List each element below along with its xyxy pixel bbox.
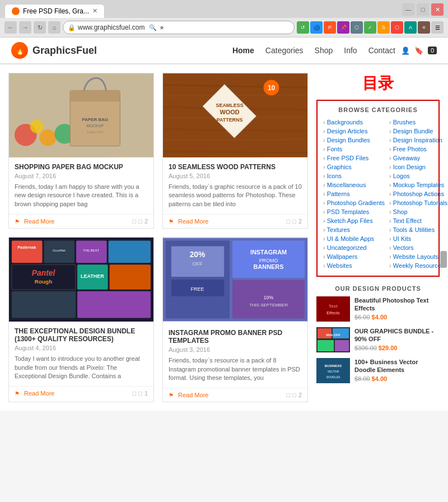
cat-text-effect[interactable]: Text Effect bbox=[389, 216, 447, 225]
cat-wallpapers[interactable]: Wallpapers bbox=[323, 252, 385, 261]
old-price-bundle: $306.00 bbox=[354, 345, 377, 351]
nav-shop[interactable]: Shop bbox=[315, 46, 333, 55]
svg-text:MOCKUP: MOCKUP bbox=[87, 124, 104, 128]
cat-shop[interactable]: Shop bbox=[389, 207, 447, 216]
cat-free-psd-files[interactable]: Free PSD Files bbox=[323, 154, 385, 162]
cat-logos[interactable]: Logos bbox=[389, 171, 447, 180]
card-date-0: August 7, 2016 bbox=[15, 173, 148, 179]
comment-icon-1: □ bbox=[287, 218, 291, 225]
read-more-0[interactable]: Read More bbox=[24, 218, 54, 225]
cat-free-photos[interactable]: Free Photos bbox=[389, 145, 447, 154]
browser-tab[interactable]: Free PSD Files, Gra... ✕ bbox=[4, 4, 105, 18]
flag-icon-0: ⚑ bbox=[15, 219, 20, 225]
cat-photoshop-gradients[interactable]: Photoshop Gradients bbox=[323, 198, 385, 207]
cat-backgrounds[interactable]: Backgrounds bbox=[323, 118, 385, 127]
scrollbar-thumb[interactable] bbox=[440, 251, 447, 268]
plugin-icon4[interactable]: ✓ bbox=[364, 21, 376, 34]
cat-patterns[interactable]: Patterns bbox=[323, 189, 385, 198]
cat-sketch-app-files[interactable]: Sketch App Files bbox=[323, 216, 385, 225]
read-more-1[interactable]: Read More bbox=[178, 218, 208, 225]
product-text-effects: Text Effects Beautiful Photoshop Text Ef… bbox=[316, 296, 440, 322]
card-shopping-bag: PAPER BAG MOCKUP FREE PSD SHOPPING PAPER… bbox=[8, 73, 154, 229]
nav-home[interactable]: Home bbox=[232, 46, 254, 55]
nav-info[interactable]: Info bbox=[344, 46, 357, 55]
plugin-icon8[interactable]: ≡ bbox=[418, 21, 430, 34]
comment-info-0: □ □ 2 bbox=[133, 218, 148, 225]
cat-fonts[interactable]: Fonts bbox=[323, 145, 385, 154]
cat-textures[interactable]: Textures bbox=[323, 225, 385, 234]
card-body-wood: 10 SEAMLESS WOOD PATTERNS August 5, 2016… bbox=[163, 157, 307, 214]
cat-psd-templates[interactable]: PSD Templates bbox=[323, 207, 385, 216]
plugin-icon3[interactable]: ⬡ bbox=[351, 21, 363, 34]
svg-rect-31 bbox=[109, 241, 151, 263]
cat-tools-utilities[interactable]: Tools & Utilities bbox=[389, 225, 447, 234]
cat-ui-kits[interactable]: UI Kits bbox=[389, 234, 447, 243]
comment-info-3: □ □ 2 bbox=[287, 392, 302, 398]
read-more-3[interactable]: Read More bbox=[178, 392, 208, 398]
plugin-icon1[interactable]: P bbox=[324, 21, 336, 34]
cat-design-inspiration[interactable]: Design Inspiration bbox=[389, 136, 447, 145]
main-nav: Home Categories Shop Info Contact bbox=[232, 46, 395, 55]
chinese-heading: 目录 bbox=[316, 73, 440, 94]
svg-text:BUSINESS: BUSINESS bbox=[325, 364, 342, 368]
plugin-icon2[interactable]: 📌 bbox=[337, 21, 349, 34]
cat-miscellaneous[interactable]: Miscellaneous bbox=[323, 180, 385, 189]
product-title-bundle: OUR GRAPHICS BUNDLE - 90% OFF bbox=[354, 327, 440, 343]
refresh-button[interactable]: ↻ bbox=[34, 21, 46, 34]
extensions-icon[interactable]: ↺ bbox=[297, 21, 309, 34]
cat-uncategorized[interactable]: Uncategorized bbox=[323, 243, 385, 252]
cat-mockup-templates[interactable]: Mockup Templates bbox=[389, 180, 447, 189]
url-field[interactable]: 🔒 www.graphicsfuel.com 🔍 ★ bbox=[63, 21, 295, 34]
card-image-shopping-bag: PAPER BAG MOCKUP FREE PSD bbox=[9, 73, 153, 157]
minimize-button[interactable]: — bbox=[402, 3, 414, 16]
cat-design-bundle[interactable]: Design Bundle bbox=[389, 127, 447, 136]
home-button[interactable]: ⌂ bbox=[48, 21, 60, 34]
flag-icon-3: ⚑ bbox=[169, 392, 174, 398]
nav-contact[interactable]: Contact bbox=[368, 46, 395, 55]
card-body-instagram: INSTAGRAM PROMO BANNER PSD TEMPLATES Aug… bbox=[163, 323, 307, 388]
card-footer-0: ⚑ Read More □ □ 2 bbox=[9, 214, 153, 228]
back-button[interactable]: ← bbox=[4, 21, 17, 34]
svg-rect-6 bbox=[70, 90, 120, 101]
nav-categories[interactable]: Categories bbox=[265, 46, 304, 55]
menu-button[interactable]: ☰ bbox=[431, 21, 444, 34]
address-bar: ← → ↻ ⌂ 🔒 www.graphicsfuel.com 🔍 ★ ↺ 🔵 P… bbox=[0, 18, 448, 37]
flag-icon-2: ⚑ bbox=[15, 391, 20, 397]
cat-vectors[interactable]: Vectors bbox=[389, 243, 447, 252]
cat-brushes[interactable]: Brushes bbox=[389, 118, 447, 127]
card-date-1: August 5, 2016 bbox=[169, 173, 302, 179]
cat-design-articles[interactable]: Design Articles bbox=[323, 127, 385, 136]
tab-close-button[interactable]: ✕ bbox=[92, 7, 97, 15]
forward-button[interactable]: → bbox=[19, 21, 31, 34]
logo-text: GraphicsFuel bbox=[32, 45, 97, 57]
plugin-icon5[interactable]: S bbox=[377, 21, 390, 34]
svg-text:Pantel: Pantel bbox=[32, 268, 56, 277]
svg-text:VECTOR: VECTOR bbox=[328, 370, 339, 373]
read-more-2[interactable]: Read More bbox=[24, 390, 54, 397]
maximize-button[interactable]: □ bbox=[417, 3, 429, 16]
cat-icons[interactable]: Icons bbox=[323, 171, 385, 180]
plugin-icon7[interactable]: A bbox=[404, 21, 417, 34]
cat-website-layouts[interactable]: Website Layouts bbox=[389, 252, 447, 261]
cat-design-bundles[interactable]: Design Bundles bbox=[323, 136, 385, 145]
card-excerpt-2: Today I want to introduce you to another… bbox=[15, 355, 148, 380]
tab-bar: Free PSD Files, Gra... ✕ — □ ✕ bbox=[0, 0, 448, 18]
comment-count-2: 1 bbox=[144, 390, 148, 397]
product-info-bundle: OUR GRAPHICS BUNDLE - 90% OFF $306.00 $2… bbox=[354, 327, 440, 351]
site-wrapper: 🔥 GraphicsFuel Home Categories Shop Info… bbox=[0, 38, 448, 411]
comment-count-1: 2 bbox=[298, 218, 302, 225]
cat-websites[interactable]: Websites bbox=[323, 261, 385, 270]
cat-giveaway[interactable]: Giveaway bbox=[389, 154, 447, 162]
close-window-button[interactable]: ✕ bbox=[431, 3, 444, 16]
cat-photoshop-tutorials[interactable]: Photoshop Tutorials bbox=[389, 198, 447, 207]
plugin-icon6[interactable]: ⬡ bbox=[391, 21, 403, 34]
site-logo[interactable]: 🔥 GraphicsFuel bbox=[11, 42, 97, 59]
svg-text:WOOD: WOOD bbox=[220, 109, 240, 115]
cat-photoshop-actions[interactable]: Photoshop Actions bbox=[389, 189, 447, 198]
cat-weekly-resources[interactable]: Weekly Resources bbox=[389, 261, 447, 270]
card-wood-patterns: 10 SEAMLESS WOOD PATTERNS 10 SEAMLESS WO… bbox=[162, 73, 308, 229]
cat-ui-mobile-apps[interactable]: UI & Mobile Apps bbox=[323, 234, 385, 243]
cat-icon-design[interactable]: Icon Design bbox=[389, 162, 447, 171]
bookmark-icon[interactable]: 🔵 bbox=[310, 21, 323, 34]
cat-graphics[interactable]: Graphics bbox=[323, 162, 385, 171]
